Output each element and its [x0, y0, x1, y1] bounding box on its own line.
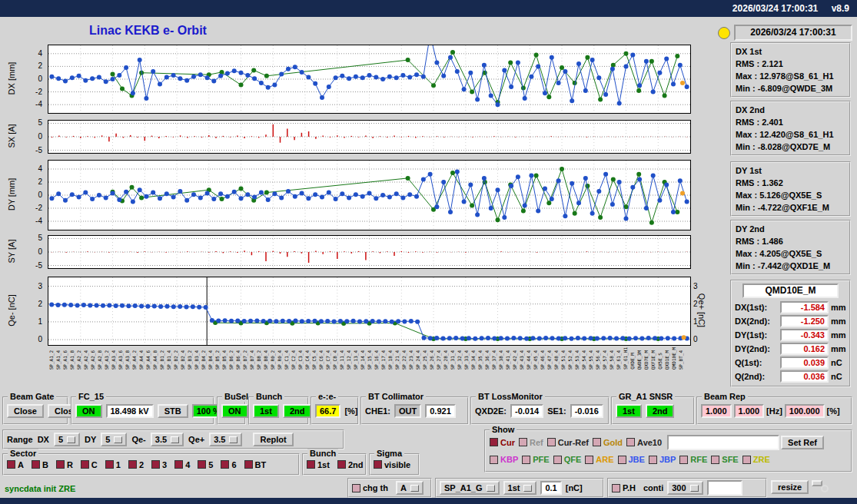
stat-min: Min : -7.442@QXD1E_M: [736, 260, 845, 272]
checkbox-cur[interactable]: Cur: [490, 438, 515, 447]
show-region-toggles: KBPPFEQFEAREJBEJBPRFESFEZRE: [490, 453, 774, 467]
checkbox-ph[interactable]: P.H: [612, 483, 636, 492]
beam-rep-hz-unit: [Hz]: [766, 406, 782, 416]
sector-a-select[interactable]: A: [396, 481, 424, 495]
checkbox-pfe[interactable]: PFE: [522, 455, 549, 464]
checkbox-indicator-icon: [105, 460, 114, 469]
dy-plot: [48, 160, 691, 230]
bunch-select-frame: Bunch 1st2nd: [302, 453, 367, 476]
qxd2e-value-field: -0.014: [510, 404, 543, 418]
resize-button[interactable]: resize: [771, 480, 809, 494]
busel-on-button[interactable]: ON: [221, 404, 248, 418]
ref-name-input[interactable]: [667, 435, 779, 450]
checkbox-b[interactable]: B: [32, 460, 48, 469]
se1-value-field: -0.016: [570, 404, 603, 418]
sector-frame: Sector ABRC123456BT: [2, 453, 300, 476]
top-bar-text: 2026/03/24 17:00:31 v8.9: [722, 3, 849, 14]
stat-rms: RMS : 2.121: [736, 58, 845, 70]
set-ref-button[interactable]: Set Ref: [781, 436, 824, 449]
bunch-1st-button[interactable]: 1st: [253, 404, 279, 418]
checkbox-indicator-icon: [553, 456, 562, 464]
sx-chart-row: SX [A] 50-5: [0, 120, 726, 152]
qmd-value: -1.250: [780, 315, 829, 327]
bt-lossmonitor-frame: BT LossMonitor QXD2E: -0.014 SE1: -0.016: [470, 396, 610, 425]
checkbox-2[interactable]: 2: [128, 460, 144, 469]
timestamp-box: 2026/03/24 17:00:31: [734, 25, 852, 41]
stat-max: Max : 12.420@S8_61_H1: [736, 128, 845, 141]
checkbox-2nd[interactable]: 2nd: [337, 460, 364, 469]
checkbox-visible[interactable]: visible: [374, 460, 410, 469]
checkbox-kbp[interactable]: KBP: [490, 455, 518, 464]
checkbox-1[interactable]: 1: [105, 460, 121, 469]
checkbox-a[interactable]: A: [7, 460, 24, 469]
checkbox-ave10[interactable]: Ave10: [626, 438, 662, 447]
fc15-on-button[interactable]: ON: [75, 404, 102, 418]
threshold-unit: [nC]: [566, 483, 583, 492]
qmd-value: 0.036: [780, 370, 829, 383]
stat-min: Min : -6.809@QWDE_3M: [736, 82, 845, 94]
stat-rms: RMS : 2.401: [736, 116, 845, 128]
threshold-field[interactable]: 0.1: [540, 481, 561, 495]
checkbox-rfe[interactable]: RFE: [679, 455, 707, 464]
checkbox-r[interactable]: R: [56, 460, 73, 469]
bpm-select[interactable]: SP_A1_G: [440, 481, 500, 495]
fc15-stb-button[interactable]: STB: [158, 404, 188, 418]
replot-button[interactable]: Replot: [253, 433, 293, 446]
sy-axis-ticks: 50-5: [26, 235, 45, 267]
checkbox-chg-th[interactable]: chg th: [352, 483, 388, 492]
che1-label: CHE1:: [365, 406, 390, 416]
checkbox-sfe[interactable]: SFE: [711, 455, 738, 464]
dropdown-indicator-icon: [487, 485, 495, 492]
checkbox-indicator-icon: [742, 456, 751, 464]
range-qep-label: Qe+: [188, 435, 204, 444]
screenshot-button[interactable]: [812, 480, 822, 486]
dy-axis-ticks: 420-2-4: [26, 160, 45, 229]
beam-rep-frame: Beam Rep 1.000 1.000 [Hz] 100.000 [%]: [696, 396, 852, 425]
checkbox-c[interactable]: C: [81, 460, 98, 469]
checkbox-5[interactable]: 5: [198, 460, 213, 469]
beam-gate-close-button-1[interactable]: Close: [7, 404, 44, 418]
qmd-row: DY(1st): -0.343 mm: [735, 328, 846, 342]
checkbox-indicator-icon: [547, 438, 556, 446]
range-frame: Range DX 5 DY 5 Qe- 3.5 Qe+ 3.5 Replot: [2, 429, 344, 449]
stat-panel-dy-1st: DY 1st RMS : 1.362 Max : 5.126@QX5E_S Mi…: [730, 161, 851, 217]
range-dy-select[interactable]: 5: [101, 433, 127, 446]
fc15-frame: FC_15 ON 18.498 kV STB 100 %: [71, 396, 214, 425]
stat-min: Min : -8.028@QXD7E_M: [736, 141, 845, 153]
checkbox-qfe[interactable]: QFE: [553, 455, 582, 464]
bunch-select[interactable]: 1st: [503, 481, 537, 495]
bunch-2nd-button[interactable]: 2nd: [283, 404, 312, 418]
checkbox-1st[interactable]: 1st: [307, 460, 330, 469]
checkbox-ref[interactable]: Ref: [519, 438, 543, 447]
checkbox-indicator-icon: [32, 460, 40, 469]
checkbox-indicator-icon: [649, 456, 657, 464]
range-dx-select[interactable]: 5: [54, 433, 80, 446]
checkbox-3[interactable]: 3: [151, 460, 167, 469]
checkbox-bt[interactable]: BT: [244, 460, 267, 469]
checkbox-4[interactable]: 4: [174, 460, 190, 469]
range-dx-label: DX: [38, 435, 49, 444]
checkbox-are[interactable]: ARE: [585, 455, 613, 464]
checkbox-gold[interactable]: Gold: [593, 438, 623, 447]
checkbox-jbp[interactable]: JBP: [649, 455, 676, 464]
bottom-bar: [0, 498, 857, 504]
checkbox-cur-ref[interactable]: Cur-Ref: [547, 438, 589, 447]
conti-label: conti: [643, 483, 663, 492]
sx-plot: [48, 120, 691, 154]
range-qep-select[interactable]: 3.5: [209, 433, 242, 446]
interval-select[interactable]: 300: [667, 481, 703, 495]
checkbox-indicator-icon: [81, 460, 89, 469]
checkbox-6[interactable]: 6: [221, 460, 236, 469]
conti-value-input[interactable]: [707, 480, 742, 496]
sy-chart-row: SY [A] 50-5: [0, 235, 726, 267]
range-qem-select[interactable]: 3.5: [151, 433, 184, 446]
checkbox-jbe[interactable]: JBE: [618, 455, 645, 464]
checkbox-indicator-icon: [337, 460, 346, 469]
snsr-2nd-button[interactable]: 2nd: [646, 404, 675, 418]
checkbox-zre[interactable]: ZRE: [742, 455, 770, 464]
snsr-1st-button[interactable]: 1st: [616, 404, 642, 418]
dropdown-indicator-icon: [523, 485, 532, 492]
che1-state-field: OUT: [394, 404, 421, 418]
qmd-value: -1.584: [780, 301, 829, 313]
checkbox-indicator-icon: [612, 484, 620, 492]
